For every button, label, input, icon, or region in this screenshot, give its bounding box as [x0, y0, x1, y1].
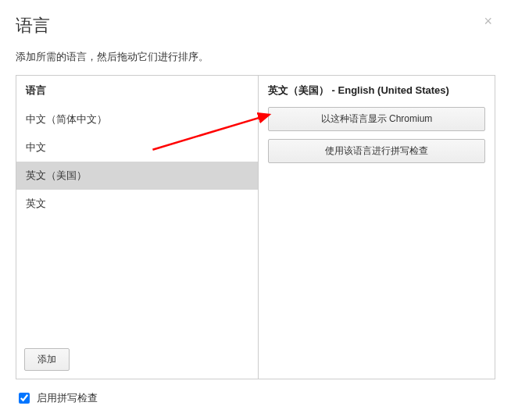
spellcheck-language-button[interactable]: 使用该语言进行拼写检查	[268, 139, 485, 163]
language-list-panel: 语言 中文（简体中文） 中文 英文（美国） 英文 添加	[16, 76, 259, 379]
title-row: 语言 ×	[16, 14, 495, 37]
language-list: 中文（简体中文） 中文 英文（美国） 英文	[16, 105, 258, 340]
enable-spellcheck-label: 启用拼写检查	[37, 391, 98, 405]
selected-language-header: 英文（美国） - English (United States)	[268, 84, 485, 98]
language-item[interactable]: 中文	[16, 133, 258, 162]
dialog-title: 语言	[16, 14, 481, 37]
add-row: 添加	[16, 340, 258, 379]
display-in-language-button[interactable]: 以这种语言显示 Chromium	[268, 107, 485, 131]
enable-spellcheck-row: 启用拼写检查	[16, 390, 495, 406]
language-detail-panel: 英文（美国） - English (United States) 以这种语言显示…	[259, 76, 495, 379]
enable-spellcheck-checkbox[interactable]	[19, 393, 30, 404]
add-language-button[interactable]: 添加	[24, 348, 70, 371]
close-icon[interactable]: ×	[481, 14, 495, 28]
language-item[interactable]: 英文	[16, 190, 258, 218]
dialog-subtitle: 添加所需的语言，然后拖动它们进行排序。	[16, 50, 495, 64]
language-item[interactable]: 中文（简体中文）	[16, 105, 258, 133]
language-dialog: 语言 × 添加所需的语言，然后拖动它们进行排序。 语言 中文（简体中文） 中文 …	[0, 0, 511, 414]
language-list-header: 语言	[16, 76, 258, 105]
panels: 语言 中文（简体中文） 中文 英文（美国） 英文 添加 英文（美国） - Eng…	[16, 75, 495, 379]
language-item-selected[interactable]: 英文（美国）	[16, 162, 258, 190]
